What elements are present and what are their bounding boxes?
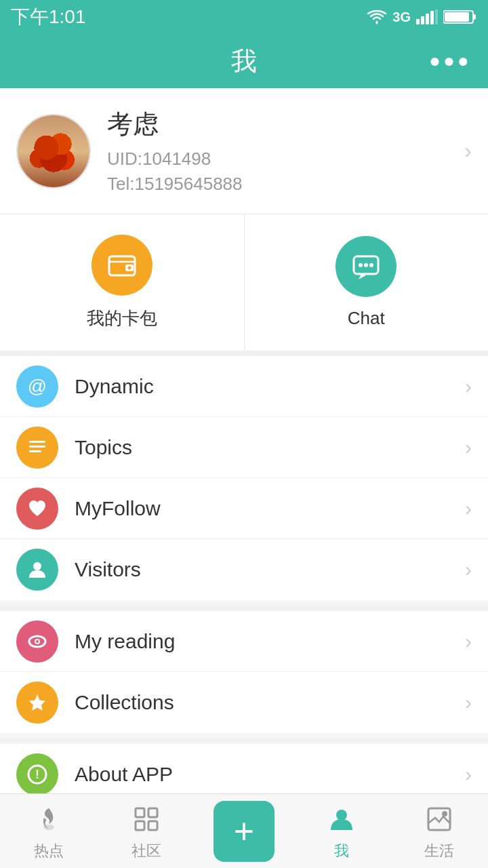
me-icon <box>324 802 359 837</box>
svg-rect-4 <box>435 9 438 24</box>
svg-point-21 <box>36 640 39 643</box>
status-bar: 下午1:01 3G <box>0 0 488 34</box>
visitors-arrow: › <box>465 558 472 581</box>
quick-actions: 我的卡包 Chat <box>0 214 488 356</box>
nav-life[interactable]: 生活 <box>390 794 488 868</box>
wallet-icon <box>106 250 138 281</box>
profile-section[interactable]: 考虑 UID:1041498 Tel:15195645888 › <box>0 88 488 214</box>
menu-section-1: @ Dynamic › Topics › MyFollow › <box>0 356 488 600</box>
status-time: 下午1:01 <box>11 4 86 30</box>
svg-rect-16 <box>29 446 45 448</box>
life-icon <box>422 802 457 837</box>
chat-icon <box>350 251 382 282</box>
menu-item-collections[interactable]: Collections › <box>0 672 488 733</box>
svg-rect-17 <box>29 450 41 452</box>
topics-icon <box>16 427 58 469</box>
signal-bars-icon <box>416 9 438 24</box>
svg-rect-2 <box>426 14 429 24</box>
svg-rect-15 <box>29 441 45 443</box>
svg-point-28 <box>43 825 54 830</box>
chat-label: Chat <box>348 308 385 329</box>
dynamic-icon: @ <box>16 366 58 408</box>
menu-item-dynamic[interactable]: @ Dynamic › <box>0 356 488 417</box>
more-options-button[interactable]: ●●● <box>429 50 472 72</box>
svg-point-33 <box>336 810 347 821</box>
nav-hot[interactable]: 热点 <box>0 794 98 868</box>
profile-info: 考虑 UID:1041498 Tel:15195645888 <box>107 107 464 195</box>
collections-label: Collections <box>75 691 465 714</box>
aboutapp-arrow: › <box>465 763 472 786</box>
svg-point-35 <box>442 811 447 816</box>
community-icon <box>129 802 164 837</box>
menu-item-topics[interactable]: Topics › <box>0 417 488 478</box>
divider-1 <box>0 606 488 611</box>
aboutapp-icon: ! <box>16 753 58 795</box>
chat-action[interactable]: Chat <box>245 214 489 351</box>
battery-icon <box>443 9 477 25</box>
visitors-icon <box>16 549 58 591</box>
myreading-label: My reading <box>75 630 465 653</box>
svg-marker-22 <box>29 694 45 711</box>
myfollow-label: MyFollow <box>75 497 465 520</box>
hot-label: 热点 <box>34 841 64 861</box>
profile-tel: Tel:15195645888 <box>107 174 464 195</box>
life-label: 生活 <box>424 841 454 861</box>
nav-community[interactable]: 社区 <box>98 794 195 868</box>
svg-text:!: ! <box>35 768 39 781</box>
svg-point-12 <box>359 263 363 267</box>
wallet-icon-bg <box>92 235 152 296</box>
myreading-icon <box>16 620 58 663</box>
svg-rect-6 <box>473 14 476 20</box>
signal-text: 3G <box>392 9 411 25</box>
collections-icon <box>16 682 58 724</box>
svg-rect-7 <box>445 12 469 22</box>
status-icons: 3G <box>367 9 477 25</box>
collections-arrow: › <box>465 691 472 714</box>
dynamic-arrow: › <box>465 375 472 398</box>
wallet-action[interactable]: 我的卡包 <box>0 214 245 351</box>
avatar <box>16 114 91 189</box>
svg-point-10 <box>127 267 131 270</box>
add-button[interactable]: + <box>214 801 274 862</box>
profile-arrow-icon: › <box>464 138 472 163</box>
chat-icon-bg <box>336 236 396 297</box>
profile-uid: UID:1041498 <box>107 149 464 170</box>
svg-point-18 <box>33 562 41 570</box>
svg-rect-31 <box>136 821 144 830</box>
wallet-label: 我的卡包 <box>87 307 157 330</box>
svg-rect-29 <box>136 808 144 817</box>
header-title: 我 <box>231 44 257 79</box>
profile-name: 考虑 <box>107 107 464 142</box>
divider-2 <box>0 738 488 744</box>
nav-add[interactable]: + <box>195 794 293 868</box>
menu-item-visitors[interactable]: Visitors › <box>0 539 488 600</box>
aboutapp-label: About APP <box>75 763 465 786</box>
topics-arrow: › <box>465 436 472 459</box>
svg-point-14 <box>369 263 373 267</box>
visitors-label: Visitors <box>75 558 465 581</box>
svg-point-13 <box>364 263 368 267</box>
svg-rect-0 <box>416 19 420 24</box>
myfollow-icon <box>16 488 58 530</box>
svg-rect-30 <box>148 808 157 817</box>
svg-rect-3 <box>430 11 434 24</box>
app-header: 我 ●●● <box>0 34 488 88</box>
topics-label: Topics <box>75 436 465 459</box>
dynamic-label: Dynamic <box>75 375 465 398</box>
nav-me[interactable]: 我 <box>293 794 390 868</box>
svg-rect-1 <box>421 16 424 24</box>
community-label: 社区 <box>131 841 161 861</box>
svg-rect-32 <box>148 821 157 830</box>
wifi-icon <box>367 9 387 24</box>
hot-icon <box>31 802 66 837</box>
myfollow-arrow: › <box>465 497 472 520</box>
menu-item-myreading[interactable]: My reading › <box>0 611 488 672</box>
menu-item-myfollow[interactable]: MyFollow › <box>0 478 488 539</box>
me-label: 我 <box>334 841 349 861</box>
myreading-arrow: › <box>465 630 472 653</box>
menu-section-2: My reading › Collections › <box>0 611 488 733</box>
bottom-nav: 热点 社区 + 我 <box>0 793 488 868</box>
